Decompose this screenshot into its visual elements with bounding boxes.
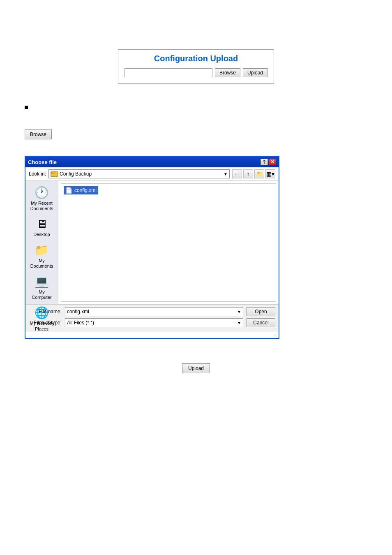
dialog-toolbar: Look in: Config Backup ▼ ← ↑ 📁 ▦▾ bbox=[25, 167, 279, 181]
dialog-resize-handle[interactable]: ⟋ bbox=[25, 332, 279, 338]
toolbar-view-button[interactable]: ▦▾ bbox=[265, 169, 275, 178]
config-upload-button[interactable]: Upload bbox=[243, 68, 267, 77]
look-in-arrow: ▼ bbox=[224, 172, 228, 176]
dialog-close-button[interactable]: ✕ bbox=[269, 159, 276, 165]
dialog-title-text: Choose file bbox=[28, 159, 57, 165]
recent-icon: 🕐 bbox=[35, 186, 49, 199]
computer-icon: 💻 bbox=[35, 275, 49, 288]
file-name-input-wrapper: ▼ bbox=[65, 307, 243, 316]
toolbar-up-button[interactable]: ↑ bbox=[243, 169, 253, 178]
config-upload-title: Configuration Upload bbox=[125, 54, 267, 63]
config-browse-button[interactable]: Browse bbox=[215, 68, 240, 77]
config-upload-row: Browse Upload bbox=[125, 68, 267, 77]
browse-btn-section: Browse bbox=[0, 125, 392, 148]
bullet-square bbox=[25, 106, 28, 109]
toolbar-newfolder-button[interactable]: 📁 bbox=[254, 169, 264, 178]
instruction-section bbox=[0, 84, 392, 125]
toolbar-icons: ← ↑ 📁 ▦▾ bbox=[232, 169, 275, 178]
cancel-button[interactable]: Cancel bbox=[247, 318, 275, 327]
file-item-name: config.xml bbox=[74, 187, 97, 193]
config-file-input[interactable] bbox=[125, 68, 212, 77]
sidebar-item-recent[interactable]: 🕐 My RecentDocuments bbox=[27, 184, 57, 213]
file-item-config-xml[interactable]: 📄 config.xml bbox=[64, 186, 98, 194]
bullet-point bbox=[25, 104, 367, 109]
look-in-select[interactable]: Config Backup ▼ bbox=[48, 169, 230, 178]
desktop-label: Desktop bbox=[33, 232, 50, 237]
files-of-type-label: Files of type: bbox=[29, 320, 62, 326]
upload-button[interactable]: Upload bbox=[182, 363, 210, 373]
browse-button[interactable]: Browse bbox=[25, 130, 52, 139]
dialog-controls: ? ✕ bbox=[261, 159, 276, 165]
dialog-overlay: Choose file ? ✕ Look in: Config Backup ▼… bbox=[0, 148, 392, 347]
desktop-icon: 🖥 bbox=[36, 217, 48, 231]
sidebar-item-computer[interactable]: 💻 My Computer bbox=[27, 273, 57, 302]
dialog-filelist[interactable]: 📄 config.xml bbox=[61, 183, 276, 302]
filename-row: File name: ▼ Open bbox=[29, 307, 275, 316]
dialog-body: 🕐 My RecentDocuments 🖥 Desktop 📁 My Docu… bbox=[25, 181, 279, 304]
dialog-titlebar: Choose file ? ✕ bbox=[25, 157, 279, 167]
files-of-type-arrow: ▼ bbox=[237, 321, 241, 325]
recent-label: My RecentDocuments bbox=[30, 201, 53, 211]
file-name-arrow: ▼ bbox=[237, 310, 241, 314]
open-button[interactable]: Open bbox=[247, 307, 275, 316]
file-dialog: Choose file ? ✕ Look in: Config Backup ▼… bbox=[25, 156, 279, 339]
folder-icon bbox=[51, 171, 57, 177]
files-of-type-input[interactable] bbox=[67, 320, 237, 326]
dialog-help-button[interactable]: ? bbox=[261, 159, 268, 165]
config-upload-section: Configuration Upload Browse Upload bbox=[0, 0, 392, 84]
computer-label: My Computer bbox=[30, 289, 54, 300]
documents-label: My Documents bbox=[30, 258, 54, 269]
file-name-label: File name: bbox=[29, 309, 62, 314]
dialog-sidebar: 🕐 My RecentDocuments 🖥 Desktop 📁 My Docu… bbox=[25, 181, 58, 304]
files-of-type-wrapper: ▼ bbox=[65, 318, 243, 327]
documents-icon: 📁 bbox=[35, 243, 49, 257]
sidebar-item-documents[interactable]: 📁 My Documents bbox=[27, 242, 57, 271]
toolbar-back-button[interactable]: ← bbox=[232, 169, 242, 178]
config-upload-box: Configuration Upload Browse Upload bbox=[118, 49, 274, 84]
filetype-row: Files of type: ▼ Cancel bbox=[29, 318, 275, 327]
file-name-input[interactable] bbox=[67, 309, 237, 314]
sidebar-item-desktop[interactable]: 🖥 Desktop bbox=[27, 215, 57, 239]
file-icon: 📄 bbox=[65, 187, 72, 194]
look-in-value: Config Backup bbox=[60, 171, 221, 177]
look-in-label: Look in: bbox=[29, 171, 46, 177]
dialog-bottom: File name: ▼ Open Files of type: ▼ Cance… bbox=[25, 304, 279, 332]
upload-section: Upload bbox=[0, 347, 392, 382]
